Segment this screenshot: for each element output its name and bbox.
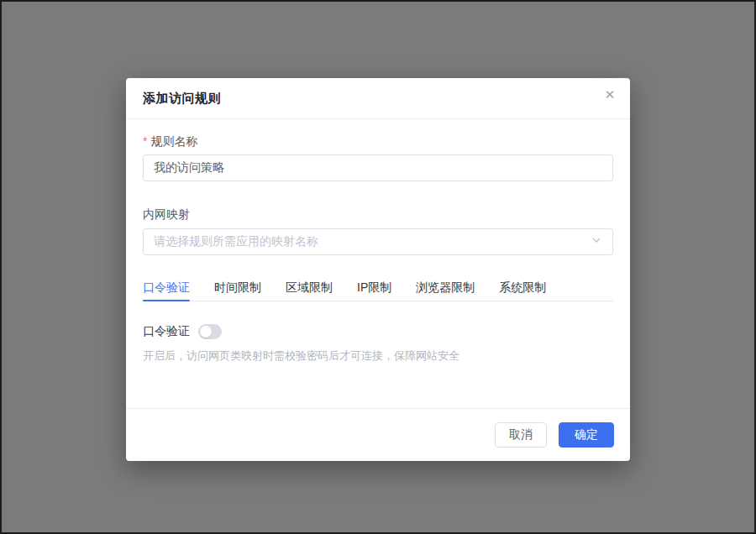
add-access-rule-dialog: 添加访问规则 ✕ *规则名称 内网映射 请选择规则所需应用的映射名称 口令验证: [126, 78, 630, 461]
tab-region-limit[interactable]: 区域限制: [286, 281, 333, 301]
tab-system-limit[interactable]: 系统限制: [499, 281, 546, 301]
mapping-label-text: 内网映射: [143, 207, 190, 221]
mapping-label: 内网映射: [143, 208, 613, 221]
dialog-body: *规则名称 内网映射 请选择规则所需应用的映射名称 口令验证 时间限制 区域限制…: [126, 135, 630, 363]
dimmed-backdrop: 添加访问规则 ✕ *规则名称 内网映射 请选择规则所需应用的映射名称 口令验证: [0, 0, 756, 534]
rule-name-label: *规则名称: [143, 135, 613, 148]
restriction-tabs: 口令验证 时间限制 区域限制 IP限制 浏览器限制 系统限制: [143, 281, 613, 301]
tab-browser-limit[interactable]: 浏览器限制: [416, 281, 475, 301]
rule-name-label-text: 规则名称: [150, 134, 197, 148]
password-verification-description: 开启后，访问网页类映射时需校验密码后才可连接，保障网站安全: [143, 349, 613, 363]
dialog-header: 添加访问规则 ✕: [126, 78, 630, 119]
rule-name-input[interactable]: [143, 154, 613, 181]
dialog-footer: 取消 确定: [126, 408, 630, 461]
toggle-knob: [200, 326, 212, 338]
dialog-title: 添加访问规则: [143, 91, 221, 107]
close-icon[interactable]: ✕: [601, 86, 618, 103]
password-verification-toggle[interactable]: [198, 324, 222, 339]
tab-password-verification[interactable]: 口令验证: [143, 281, 190, 301]
tab-ip-limit[interactable]: IP限制: [357, 281, 391, 301]
required-asterisk: *: [143, 134, 147, 148]
mapping-select-placeholder: 请选择规则所需应用的映射名称: [154, 234, 318, 249]
mapping-select[interactable]: 请选择规则所需应用的映射名称: [143, 228, 613, 255]
password-verification-row: 口令验证: [143, 324, 613, 339]
chevron-down-icon: [591, 234, 602, 249]
confirm-button[interactable]: 确定: [559, 422, 614, 448]
cancel-button[interactable]: 取消: [495, 422, 547, 448]
password-verification-label: 口令验证: [143, 324, 190, 339]
tab-time-limit[interactable]: 时间限制: [214, 281, 261, 301]
